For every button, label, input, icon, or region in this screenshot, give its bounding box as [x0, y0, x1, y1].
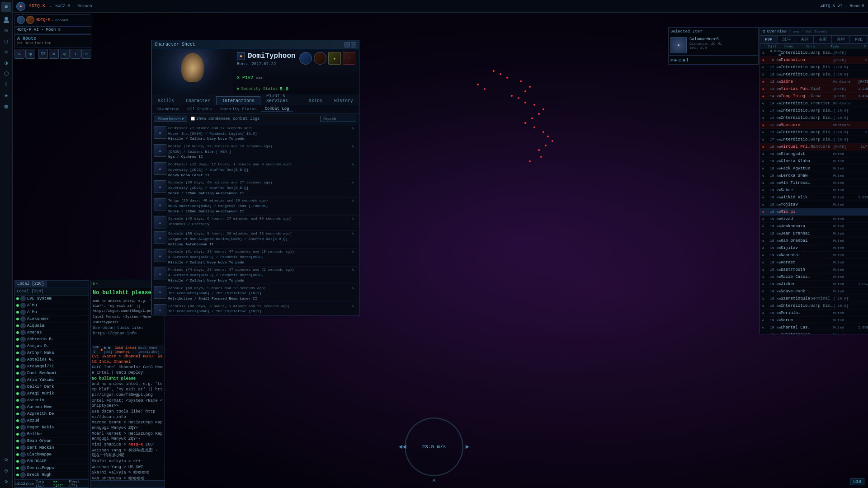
shield-btn[interactable]: 🛡 — [38, 49, 48, 59]
overview-row[interactable]: ◇14 kmInterdiction ProbeFrontier OmegaMa… — [760, 100, 868, 107]
local-member-row[interactable]: Aria Yakimi — [15, 377, 89, 384]
show-losses-btn[interactable]: Show losses ▾ — [155, 116, 187, 122]
mail-icon[interactable]: ✉ — [1, 25, 11, 35]
map-icon[interactable]: ⊕ — [1, 47, 11, 57]
combat-entry-edit-icon[interactable]: ✎ — [352, 144, 357, 149]
overview-row[interactable]: ◇19 kmPerialbiMuted — [760, 310, 868, 317]
overview-row[interactable]: ◇19 kmSabreMuted — [760, 187, 868, 194]
combat-entry-edit-icon[interactable]: ✎ — [352, 231, 357, 236]
overview-row[interactable]: ◇17 kmInterdiction ProbeWarp Disrupt P[-… — [760, 129, 868, 136]
corp-icon[interactable]: ⬡ — [1, 69, 11, 79]
local-member-row[interactable]: BlackMappe — [15, 451, 89, 458]
settings-icon[interactable]: ⚙ — [1, 476, 11, 486]
overview-row[interactable]: ◇12 kmInterdiction ProbeWarp Disrupt P[-… — [760, 64, 868, 71]
local-member-row[interactable]: Be1lbe — [15, 431, 89, 438]
tab-character[interactable]: Character — [180, 96, 216, 105]
overview-row[interactable]: ◇19 kmSerumMuted — [760, 317, 868, 324]
overview-row[interactable]: ◆14 kmYin-Las Punt-fengVip4[RKTD]1,290 — [760, 85, 868, 93]
overview-row[interactable]: ◇19 kmMazze CassileMuted — [760, 273, 868, 281]
combat-entry-edit-icon[interactable]: ✎ — [352, 304, 357, 309]
overview-row[interactable]: ◆15 kmMantcoreMantcore — [760, 122, 868, 129]
overview-row[interactable]: ◆8 kmFiachalinn[RKTD]1 — [760, 56, 868, 64]
overview-row[interactable]: ◆19 kmMix pi — [760, 208, 868, 216]
orbit-icon[interactable]: ◎ — [679, 57, 681, 63]
avatar-icon[interactable] — [1, 14, 11, 24]
local-member-row[interactable]: A'Mu — [15, 309, 89, 316]
overview-row[interactable]: ◇17 kmInterdiction ProbeWarp Disrupt P[-… — [760, 136, 868, 143]
hud-nav-circle[interactable]: 23.5 m/s ◄◄ ► — [405, 418, 463, 476]
local-member-row[interactable]: Delkir Dark — [15, 384, 89, 390]
overview-tab-combat[interactable]: 战斗 — [778, 36, 796, 43]
local-chat-tab[interactable]: Local [228] — [15, 281, 47, 287]
local-member-row[interactable]: Aleksnner — [15, 316, 89, 323]
overview-row[interactable]: ◇19 kmJookonaaraMuted — [760, 223, 868, 230]
local-member-row[interactable]: Aurenn Mew — [15, 404, 89, 411]
local-member-row[interactable]: EVE System — [15, 296, 89, 302]
tab-interactions[interactable]: Interactions — [216, 96, 260, 105]
people-icon[interactable]: ◑ — [1, 58, 11, 68]
local-member-row[interactable]: Breck Hugh — [15, 472, 89, 479]
overview-row[interactable]: ◇19 kmLeroxa ShawMuted — [760, 172, 868, 179]
condensed-log-checkbox[interactable] — [191, 117, 195, 121]
local-member-row[interactable]: Beap Orean — [15, 438, 89, 445]
overview-tab-focus[interactable]: 关注 — [796, 36, 814, 43]
approach-icon[interactable]: ▶ — [675, 57, 677, 63]
directional-btn[interactable]: ⊡ — [81, 49, 91, 59]
overview-row[interactable]: ◇14 kmInterdiction ProbeWarp Disrupt P[-… — [760, 114, 868, 122]
overview-row[interactable]: ◆14 kmTong Tning TeslaCrow[RKTD]3,432 — [760, 93, 868, 100]
intel-chat-input[interactable] — [91, 481, 165, 488]
local-member-row[interactable]: Araqi Murik — [15, 390, 89, 397]
overview-row[interactable]: ◇19 kmSzerstioqulaSentinal[-10.0] — [760, 295, 868, 302]
overview-row[interactable]: ◇19 kmAzzadMuted — [760, 216, 868, 223]
local-member-row[interactable]: Bert Mackin — [15, 445, 89, 451]
local-member-row[interactable]: Amejas D. — [15, 343, 89, 350]
overview-row[interactable]: ◇19 kmGloria KlubaMuted — [760, 158, 868, 165]
local-member-row[interactable]: Ambrenio B. — [15, 336, 89, 343]
window-minimize-btn[interactable]: _ — [344, 42, 350, 47]
overview-row[interactable]: ◇4,680 mInterdiction ProbeWarp Disrupt P… — [760, 49, 868, 56]
overview-row[interactable]: ◇13 kmInterdiction ProbeWarp Disrupt P[-… — [760, 71, 868, 78]
wallet-icon[interactable]: $ — [1, 80, 11, 89]
people-btn[interactable]: ◑ — [25, 49, 35, 59]
look-at-icon[interactable]: ◉ — [683, 57, 685, 63]
local-member-row[interactable]: Alquoia — [15, 323, 89, 329]
overview-row[interactable]: ◇19 kmWiikid KlikMuted1,072 — [760, 194, 868, 201]
overview-row[interactable]: ◇19 kmStarngeditMuted — [760, 150, 868, 158]
hud-autopilot-btn[interactable]: A — [433, 478, 436, 483]
local-member-row[interactable]: BOLOCACE — [15, 458, 89, 465]
overview-row[interactable]: ◇19 kmJickerMuted1,057 — [760, 281, 868, 288]
combat-entry-edit-icon[interactable]: ✎ — [352, 216, 357, 221]
tab-history[interactable]: History — [328, 96, 359, 105]
overview-row[interactable]: ◇14 kmInterdiction ProbeWarp Disrupt P[-… — [760, 107, 868, 114]
lock-icon[interactable]: ⊕ — [670, 57, 673, 63]
local-member-row[interactable]: Arthyr Naka — [15, 350, 89, 357]
combat-entry-edit-icon[interactable]: ✎ — [352, 249, 357, 254]
overview-row[interactable]: ◇19 kmNamontaiMuted — [760, 252, 868, 259]
overview-row[interactable]: ◇19 kmHan DrenbaiMuted — [760, 237, 868, 244]
combat-entry-edit-icon[interactable]: ✎ — [352, 286, 357, 291]
local-member-row[interactable]: DennisPoppa — [15, 465, 89, 472]
overview-tab-first[interactable]: 首脚 — [832, 36, 850, 43]
local-member-row[interactable]: A'Mu — [15, 302, 89, 309]
combat-entry-edit-icon[interactable]: ✎ — [352, 198, 357, 203]
window-close-btn[interactable]: × — [351, 42, 356, 47]
overview-row[interactable]: ◇19 kmsweetdancingMuted — [760, 331, 868, 334]
overview-tab-friendly[interactable]: 友军 — [814, 36, 832, 43]
overview-row[interactable]: ◇19 kmScave-Punk BloakMuted — [760, 288, 868, 295]
overview-tab-pvp[interactable]: PVP — [760, 36, 778, 43]
hud-left-arrow[interactable]: ◄◄ — [399, 443, 406, 450]
inventory-icon[interactable]: ▦ — [1, 101, 11, 111]
tab-skills[interactable]: Skills — [152, 96, 180, 105]
local-member-row[interactable]: Azpretth De — [15, 411, 89, 418]
local-member-row[interactable]: Amejas — [15, 329, 89, 336]
menu-icon[interactable]: ≡ — [1, 2, 11, 12]
subtab-all-rights[interactable]: All Rights — [184, 107, 216, 112]
hud-right-arrow[interactable]: ► — [466, 443, 469, 450]
combat-entry-edit-icon[interactable]: ✎ — [352, 180, 357, 185]
combat-entry-edit-icon[interactable]: ✎ — [352, 162, 357, 167]
combat-entry-edit-icon[interactable]: ✎ — [352, 126, 357, 131]
probe-btn[interactable]: ✦ — [71, 49, 80, 59]
subtab-security-status[interactable]: Security Status — [217, 107, 260, 112]
overview-tab-pve[interactable]: PVE — [850, 36, 868, 43]
local-member-row[interactable]: Beger Nakis — [15, 424, 89, 431]
